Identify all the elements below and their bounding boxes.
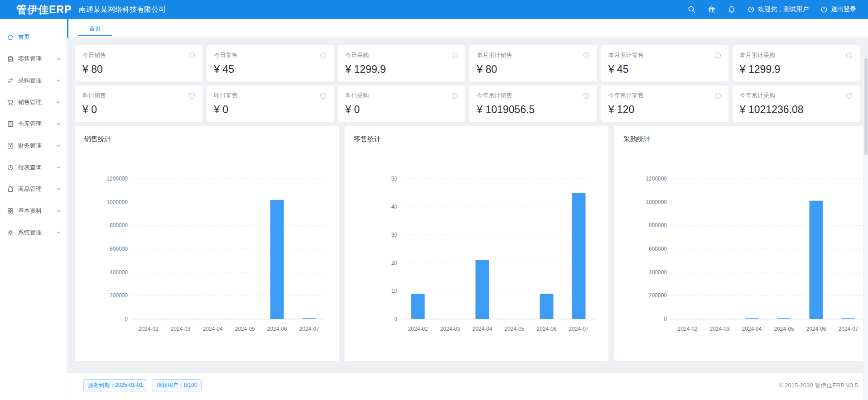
sidebar-item-retail[interactable]: 零售管理 [0, 48, 67, 70]
svg-text:2024-05: 2024-05 [504, 326, 524, 332]
svg-text:2024-02: 2024-02 [677, 326, 697, 332]
stat-card-year-retail: 今年累计零售 ¥ 120 [601, 86, 728, 122]
welcome-text: 欢迎您，测试用户 [758, 5, 809, 14]
sidebar-item-goods[interactable]: 商品管理 [0, 178, 67, 200]
swap-icon [7, 77, 14, 84]
purchase-bar-chart: 0200000400000600000800000100000012000002… [623, 143, 868, 345]
home-icon [7, 33, 14, 41]
info-icon[interactable] [583, 92, 590, 99]
stat-card-today-purchase: 今日采购 ¥ 1299.9 [338, 45, 465, 81]
svg-text:2024-06: 2024-06 [267, 326, 287, 332]
svg-text:1000000: 1000000 [646, 199, 667, 205]
cabinet-icon [7, 120, 14, 128]
svg-text:400000: 400000 [649, 269, 667, 276]
bell-icon[interactable] [728, 5, 736, 14]
sidebar-item-home[interactable]: 首页 [0, 26, 67, 48]
dashboard-content: 今日销售 ¥ 80 今日零售 ¥ 45 今日采购 ¥ 1299.9 本月累计销售 [67, 38, 868, 400]
info-icon[interactable] [451, 52, 458, 59]
stat-row-2: 昨日销售 ¥ 0 昨日零售 ¥ 0 昨日采购 ¥ 0 今年累计销售 [75, 86, 860, 122]
svg-text:2024-07: 2024-07 [569, 326, 588, 332]
scrollbar[interactable] [863, 57, 868, 400]
svg-text:200000: 200000 [110, 292, 128, 299]
svg-text:2024-04: 2024-04 [742, 326, 762, 332]
svg-text:800000: 800000 [110, 222, 128, 229]
info-icon[interactable] [846, 92, 853, 99]
svg-text:600000: 600000 [649, 246, 667, 252]
chevron-down-icon [56, 186, 61, 192]
bank-icon[interactable] [708, 5, 716, 14]
svg-text:2024-07: 2024-07 [299, 326, 319, 332]
svg-text:2024-07: 2024-07 [838, 326, 858, 332]
sidebar-item-basic-data[interactable]: 基本资料 [0, 200, 67, 222]
svg-text:2024-04: 2024-04 [472, 326, 492, 332]
info-icon[interactable] [320, 92, 327, 99]
search-icon[interactable] [688, 5, 696, 14]
user-welcome[interactable]: 欢迎您，测试用户 [747, 5, 809, 14]
svg-text:30: 30 [391, 232, 398, 238]
chevron-down-icon [56, 143, 61, 148]
stat-card-yesterday-sales: 昨日销售 ¥ 0 [75, 86, 203, 122]
purchase-chart-card: 采购统计 02000004000006000008000001000000120… [614, 126, 868, 361]
stat-card-yesterday-retail: 昨日零售 ¥ 0 [207, 86, 334, 122]
cart-icon [7, 99, 14, 106]
grid-icon [7, 207, 14, 214]
stat-row-1: 今日销售 ¥ 80 今日零售 ¥ 45 今日采购 ¥ 1299.9 本月累计销售 [75, 45, 860, 81]
charts-row: 销售统计 02000004000006000008000001000000120… [75, 126, 860, 361]
info-icon[interactable] [714, 92, 721, 99]
tab-home[interactable]: 首页 [78, 19, 112, 38]
top-bar: 管伊佳ERP 南通某某网络科技有限公司 欢迎您，测试用户 退出登录 [0, 0, 868, 19]
retail-bar-chart: 010203040502024-022024-032024-042024-052… [354, 143, 602, 345]
sales-bar-chart: 0200000400000600000800000100000012000002… [84, 143, 333, 345]
chevron-down-icon [56, 230, 61, 235]
footer-bar: 服务到期：2025-01-01 授权用户：8/100 © 2015-2030 管… [67, 373, 868, 400]
sidebar-item-system[interactable]: 系统管理 [0, 222, 67, 243]
info-icon[interactable] [846, 52, 853, 59]
sidebar-item-warehouse[interactable]: 仓库管理 [0, 113, 67, 135]
info-icon[interactable] [451, 92, 458, 99]
tab-strip: 首页 [67, 19, 868, 38]
stat-card-month-retail: 本月累计零售 ¥ 45 [601, 45, 728, 81]
chevron-down-icon [56, 56, 61, 62]
sidebar-item-sales[interactable]: 销售管理 [0, 91, 67, 113]
stat-card-year-sales: 今年累计销售 ¥ 1019056.5 [469, 86, 597, 122]
info-icon[interactable] [714, 52, 721, 59]
svg-text:20: 20 [391, 260, 398, 266]
info-icon[interactable] [188, 92, 195, 99]
svg-text:0: 0 [664, 316, 667, 322]
svg-text:2024-03: 2024-03 [440, 326, 460, 332]
chevron-down-icon [56, 165, 61, 170]
svg-text:1200000: 1200000 [106, 176, 128, 182]
chart-title: 零售统计 [354, 135, 602, 143]
svg-text:0: 0 [125, 316, 128, 322]
service-expiry-badge: 服务到期：2025-01-01 [83, 379, 147, 391]
chart-title: 采购统计 [623, 135, 868, 143]
svg-text:2024-04: 2024-04 [203, 326, 222, 332]
bag-icon [7, 186, 14, 193]
app-logo: 管伊佳ERP [0, 3, 67, 17]
logout-button[interactable]: 退出登录 [820, 5, 856, 14]
info-icon[interactable] [320, 52, 327, 59]
scrollbar-thumb[interactable] [864, 58, 868, 155]
info-icon[interactable] [583, 52, 590, 59]
svg-text:40: 40 [391, 204, 398, 210]
stat-card-yesterday-purchase: 昨日采购 ¥ 0 [338, 86, 465, 122]
sidebar-item-reports[interactable]: 报表查询 [0, 157, 67, 178]
gear-icon [7, 229, 14, 236]
chart-title: 销售统计 [84, 135, 333, 143]
sidebar-item-purchase[interactable]: 采购管理 [0, 70, 67, 91]
clock-icon [747, 6, 755, 13]
sidebar-item-finance[interactable]: 财务管理 [0, 135, 67, 157]
svg-text:0: 0 [394, 316, 397, 322]
svg-text:1200000: 1200000 [646, 176, 667, 182]
svg-text:2024-03: 2024-03 [709, 326, 729, 332]
stat-card-month-sales: 本月累计销售 ¥ 80 [469, 45, 597, 81]
svg-text:50: 50 [391, 176, 398, 182]
svg-text:400000: 400000 [110, 269, 128, 276]
info-icon[interactable] [188, 52, 195, 59]
shop-icon [7, 55, 14, 62]
wallet-icon [7, 142, 14, 149]
svg-text:600000: 600000 [110, 246, 128, 252]
svg-text:10: 10 [391, 288, 398, 294]
chevron-down-icon [56, 208, 61, 214]
stat-card-today-retail: 今日零售 ¥ 45 [207, 45, 334, 81]
